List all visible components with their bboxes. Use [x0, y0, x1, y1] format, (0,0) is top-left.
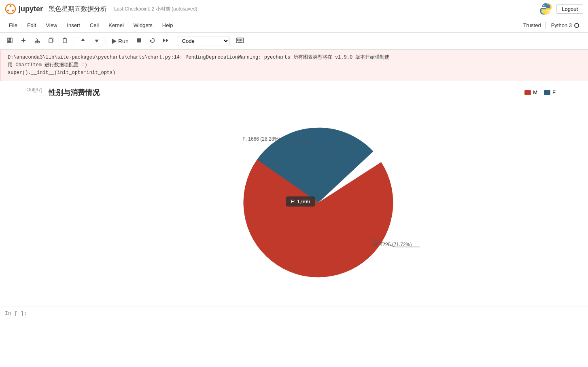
menu-file[interactable]: File — [5, 21, 21, 30]
cell-input[interactable] — [37, 310, 583, 316]
svg-rect-28 — [237, 39, 238, 40]
svg-rect-32 — [237, 40, 238, 41]
legend-f-dot — [544, 90, 550, 95]
chart-title-row: 性别与消费情况 M F — [49, 88, 588, 97]
logout-button[interactable]: Logout — [556, 4, 583, 14]
menu-widgets[interactable]: Widgets — [129, 21, 157, 30]
chart-area: 性别与消费情况 M F — [49, 84, 588, 299]
separator-2 — [106, 36, 106, 46]
svg-rect-19 — [64, 38, 66, 39]
menu-view[interactable]: View — [42, 21, 61, 30]
svg-point-2 — [12, 10, 14, 12]
svg-marker-26 — [166, 38, 168, 42]
separator-1 — [74, 36, 74, 46]
svg-point-3 — [7, 10, 9, 12]
scissors-icon — [34, 37, 40, 44]
notebook-title[interactable]: 黑色星期五数据分析 — [49, 5, 107, 13]
svg-rect-17 — [49, 39, 52, 43]
jupyter-logo: jupyter — [5, 3, 43, 15]
svg-rect-18 — [63, 38, 66, 43]
m-label-text: M: 4225 (71.72%) — [373, 242, 412, 247]
svg-rect-36 — [238, 42, 242, 42]
run-label: Run — [118, 38, 129, 44]
warning-output: D:\anaconda3\lib\site-packages\pyecharts… — [0, 50, 588, 81]
warning-line-1: D:\anaconda3\lib\site-packages\pyecharts… — [8, 54, 582, 61]
save-icon — [6, 37, 13, 44]
copy-button[interactable] — [45, 35, 57, 47]
restart-button[interactable] — [146, 35, 159, 47]
svg-rect-23 — [137, 38, 141, 42]
paste-icon — [62, 37, 68, 44]
kernel-status-icon — [574, 23, 579, 28]
svg-marker-22 — [112, 38, 117, 44]
input-cell: In [ ]: — [0, 306, 588, 321]
topbar-right: Logout — [539, 2, 583, 15]
menu-kernel[interactable]: Kernel — [104, 21, 128, 30]
svg-point-5 — [548, 12, 549, 13]
cell-type-select[interactable]: Code Markdown Raw NBConvert Heading — [178, 36, 229, 46]
svg-rect-29 — [238, 39, 240, 40]
svg-marker-25 — [163, 38, 166, 42]
menu-edit[interactable]: Edit — [23, 21, 40, 30]
trusted-badge: Trusted — [519, 21, 546, 29]
legend-m: M — [524, 89, 537, 95]
save-button[interactable] — [3, 35, 16, 47]
move-up-button[interactable] — [76, 35, 89, 47]
run-button[interactable]: Run — [108, 36, 132, 46]
legend-m-label: M — [533, 89, 537, 95]
legend-m-dot — [524, 90, 531, 95]
warning-line-3: super().__init__(init_opts=init_opts) — [8, 69, 582, 77]
menubar: File Edit View Insert Cell Kernel Widget… — [0, 18, 588, 33]
kernel-name: Python 3 — [551, 22, 572, 28]
toolbar: Run Code Markdown Raw NBConvert Heading — [0, 33, 588, 50]
svg-rect-34 — [240, 40, 241, 41]
svg-marker-24 — [150, 40, 152, 41]
paste-button[interactable] — [58, 35, 71, 47]
out-label: Out[37]: — [0, 84, 49, 299]
separator-3 — [175, 36, 175, 46]
svg-marker-21 — [95, 40, 99, 42]
warning-line-2: 用 ChartItem 进行数据项配置 :) — [8, 61, 582, 69]
legend-f-label: F — [552, 89, 556, 95]
jupyter-logo-icon — [5, 3, 16, 15]
python-logo-icon — [539, 2, 552, 15]
cut-button[interactable] — [31, 35, 44, 47]
copy-icon — [48, 37, 54, 44]
arrow-up-icon — [80, 37, 86, 44]
f-label-text: F: 1666 (28.28%) — [242, 136, 280, 142]
chart-legend: M F — [524, 89, 556, 95]
fast-forward-icon — [163, 37, 169, 44]
jupyter-brand-text: jupyter — [19, 5, 43, 13]
checkpoint-info: Last Checkpoint: 2 小时前 (autosaved) — [114, 6, 197, 13]
plus-icon — [20, 37, 27, 44]
kernel-info: Python 3 — [547, 21, 583, 29]
menu-help[interactable]: Help — [158, 21, 177, 30]
menu-insert[interactable]: Insert — [63, 21, 84, 30]
pie-chart-container: F: 1666 (28.28%) M: 4225 (71.72%) F: 1,6… — [217, 101, 420, 295]
svg-rect-7 — [8, 38, 11, 40]
legend-f: F — [544, 89, 556, 95]
stop-button[interactable] — [133, 36, 145, 46]
svg-rect-35 — [241, 40, 242, 41]
chart-title: 性别与消费情况 — [49, 88, 100, 97]
run-all-button[interactable] — [159, 35, 172, 47]
move-down-button[interactable] — [90, 35, 103, 47]
in-label: In [ ]: — [5, 310, 37, 316]
svg-point-1 — [10, 5, 12, 7]
pie-chart-svg: F: 1666 (28.28%) M: 4225 (71.72%) — [217, 101, 420, 295]
arrow-down-icon — [93, 37, 100, 44]
run-icon — [112, 38, 117, 44]
main-content: D:\anaconda3\lib\site-packages\pyecharts… — [0, 50, 588, 321]
svg-line-15 — [36, 38, 38, 40]
svg-point-4 — [543, 5, 545, 6]
svg-rect-31 — [241, 39, 242, 40]
svg-rect-33 — [238, 40, 240, 41]
menu-cell[interactable]: Cell — [86, 21, 103, 30]
stop-icon — [136, 38, 142, 43]
keyboard-button[interactable] — [233, 36, 247, 46]
topbar: jupyter 黑色星期五数据分析 Last Checkpoint: 2 小时前… — [0, 0, 588, 18]
add-cell-button[interactable] — [17, 35, 30, 47]
svg-rect-30 — [240, 39, 241, 40]
svg-rect-8 — [8, 40, 11, 42]
restart-icon — [149, 37, 155, 44]
